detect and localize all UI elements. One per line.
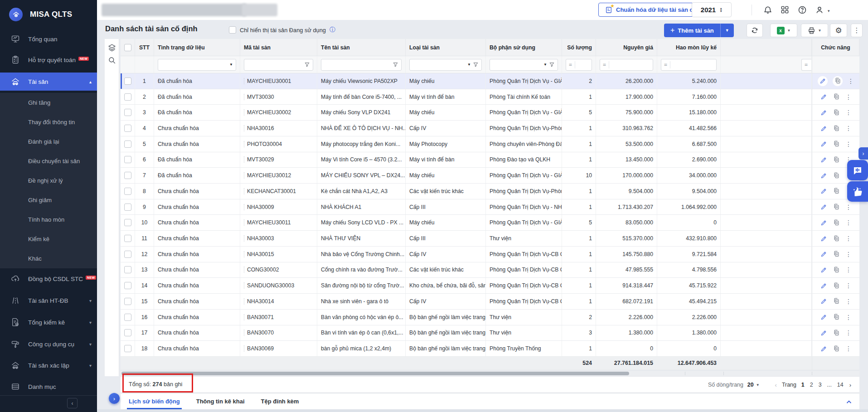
add-asset-dropdown-caret[interactable]: ▼ <box>720 24 734 37</box>
table-row[interactable]: 15Chưa chuẩn hóaNHA30014Nhà xe sinh viên… <box>121 294 859 310</box>
filter-funnel-icon[interactable] <box>549 62 555 68</box>
export-excel-button[interactable]: x ▼ <box>770 24 797 37</box>
table-row[interactable]: 17Chưa chuẩn hóaBAN30070Bàn vi tính ván … <box>121 325 859 341</box>
edit-icon[interactable] <box>820 266 828 274</box>
filter-code-input[interactable] <box>244 59 313 71</box>
sidebar-subitem-ghi-giảm[interactable]: Ghi giảm <box>0 190 97 210</box>
filter-dep-input[interactable]: = <box>661 59 717 71</box>
row-more-icon[interactable]: ⋮ <box>845 204 852 211</box>
filter-type-select[interactable]: ▼ <box>409 59 482 71</box>
duplicate-icon[interactable] <box>833 125 840 132</box>
duplicate-icon[interactable] <box>833 156 840 164</box>
fiscal-year-selector[interactable]: 2021 ▲▼ <box>692 2 732 17</box>
filter-funnel-icon[interactable] <box>393 62 398 68</box>
rows-per-page-select[interactable]: 20▼ <box>747 382 760 388</box>
duplicate-icon[interactable] <box>833 345 840 353</box>
row-more-icon[interactable]: ⋮ <box>845 109 852 116</box>
duplicate-icon[interactable] <box>833 297 840 305</box>
edit-icon[interactable] <box>820 172 828 179</box>
add-asset-button[interactable]: +Thêm tài sản ▼ <box>664 24 734 37</box>
table-row[interactable]: 13Chưa chuẩn hóaCONG30002Cổng chính ra v… <box>121 262 859 278</box>
search-icon[interactable] <box>108 56 116 64</box>
table-row[interactable]: 9Chưa chuẩn hóaNHA30009NHÀ KHÁCH A1Cấp I… <box>121 199 859 215</box>
sidebar-item-công-cụ-dụng-cụ[interactable]: Công cụ dụng cụ▾ <box>0 335 97 353</box>
row-checkbox[interactable] <box>124 204 131 211</box>
sidebar-item-tài-sản[interactable]: Tài sản▴ <box>0 73 97 91</box>
duplicate-icon[interactable] <box>833 140 840 148</box>
side-drawer-handle[interactable]: › <box>858 147 868 160</box>
edit-icon[interactable] <box>820 282 828 290</box>
row-more-icon[interactable]: ⋮ <box>845 298 852 305</box>
duplicate-icon[interactable] <box>833 313 840 321</box>
user-menu-caret-icon[interactable]: ▾ <box>828 9 830 13</box>
table-row[interactable]: 14Chưa chuẩn hóaSANDUONG30003Sân đường n… <box>121 278 859 294</box>
filter-funnel-icon[interactable] <box>473 62 479 68</box>
settings-button[interactable]: ⚙ <box>830 24 847 37</box>
app-logo[interactable]: MISA QLTS <box>0 5 97 24</box>
row-checkbox[interactable] <box>124 266 131 273</box>
edit-icon[interactable] <box>820 156 828 164</box>
panel-collapse-chevron-icon[interactable] <box>845 398 853 406</box>
print-dropdown-caret[interactable]: ▼ <box>818 29 822 33</box>
table-row[interactable]: 6Đã chuẩn hóaMVT30029Máy Vi tính Core i5… <box>121 152 859 168</box>
edit-icon[interactable] <box>820 187 828 195</box>
row-more-icon[interactable]: ⋮ <box>845 266 852 273</box>
duplicate-icon[interactable] <box>833 187 840 195</box>
edit-icon[interactable] <box>820 313 828 321</box>
edit-icon[interactable] <box>820 235 828 242</box>
row-checkbox[interactable] <box>124 109 131 116</box>
sidebar-collapse-button[interactable]: ‹ <box>67 398 78 408</box>
sidebar-item-tài-sản-ht-đb[interactable]: Tài sản HT-ĐB▾ <box>0 291 97 310</box>
user-account-icon[interactable] <box>815 5 824 15</box>
sidebar-item-tổng-quan[interactable]: Tổng quan <box>0 30 97 48</box>
edit-icon[interactable] <box>820 297 828 305</box>
table-row[interactable]: 10Chưa chuẩn hóaMAYCHIEU30011Máy chiếu S… <box>121 215 859 231</box>
duplicate-icon[interactable] <box>833 282 840 290</box>
row-more-icon[interactable]: ⋮ <box>845 282 852 289</box>
edit-icon[interactable] <box>820 203 828 211</box>
filter-status-select[interactable]: ▼ <box>158 59 236 71</box>
page-number-3[interactable]: 3 <box>818 382 823 388</box>
duplicate-icon[interactable] <box>833 235 840 242</box>
row-checkbox[interactable] <box>124 235 131 242</box>
edit-icon[interactable] <box>820 345 828 353</box>
row-more-icon[interactable]: ⋮ <box>845 125 852 132</box>
row-more-icon[interactable]: ⋮ <box>845 219 852 226</box>
row-checkbox[interactable] <box>124 172 131 179</box>
row-checkbox[interactable] <box>124 141 131 148</box>
duplicate-icon[interactable] <box>833 172 840 179</box>
horizontal-scrollbar-thumb[interactable] <box>121 372 629 375</box>
duplicate-icon[interactable] <box>833 109 840 116</box>
page-number-1[interactable]: 1 <box>800 382 805 388</box>
notification-bell-icon[interactable] <box>763 5 772 15</box>
tab-lịch-sử-biến-động[interactable]: Lịch sử biến động <box>129 393 180 409</box>
row-more-icon[interactable]: ⋮ <box>845 345 852 352</box>
duplicate-icon[interactable] <box>833 93 840 101</box>
feedback-button[interactable] <box>847 181 868 202</box>
row-checkbox[interactable] <box>124 188 131 195</box>
table-row[interactable]: 11Chưa chuẩn hóaNHA30003NHÀ THƯ VIỆNCấp … <box>121 231 859 247</box>
sidebar-subitem-điều-chuyển-tài-sản[interactable]: Điều chuyển tài sản <box>0 151 97 171</box>
sidebar-subitem-đề-nghị-xử-lý[interactable]: Đề nghị xử lý <box>0 171 97 190</box>
duplicate-icon[interactable] <box>833 76 843 86</box>
page-number-14[interactable]: 14 <box>836 382 844 388</box>
sidebar-item-hỗ-trợ-quyết-toán[interactable]: Hỗ trợ quyết toánNEW <box>0 51 97 69</box>
row-checkbox[interactable] <box>124 345 131 352</box>
page-number-2[interactable]: 2 <box>809 382 814 388</box>
tab-tệp-đính-kèm[interactable]: Tệp đính kèm <box>261 393 299 409</box>
excel-dropdown-caret[interactable]: ▼ <box>787 29 791 33</box>
more-options-button[interactable]: ⋮ <box>851 24 863 37</box>
edit-icon[interactable] <box>820 93 828 101</box>
table-row[interactable]: 7Đã chuẩn hóaMAYCHIEU30012MÁY CHIẾU SONY… <box>121 168 859 184</box>
duplicate-icon[interactable] <box>833 266 840 274</box>
filter-funnel-icon[interactable] <box>304 62 310 68</box>
filter-cost-input[interactable]: = <box>600 59 653 71</box>
filter-name-input[interactable] <box>321 59 402 71</box>
chat-support-button[interactable] <box>847 160 868 180</box>
sidebar-subitem-đánh-giá-lại[interactable]: Đánh giá lại <box>0 132 97 151</box>
table-row[interactable]: 1Đã chuẩn hóaMAYCHIEU30001Máy chiếu View… <box>121 73 859 89</box>
select-all-checkbox[interactable] <box>124 44 131 51</box>
expand-panel-button[interactable]: › <box>109 393 120 404</box>
row-checkbox[interactable] <box>124 314 131 321</box>
only-active-checkbox[interactable] <box>229 26 236 34</box>
